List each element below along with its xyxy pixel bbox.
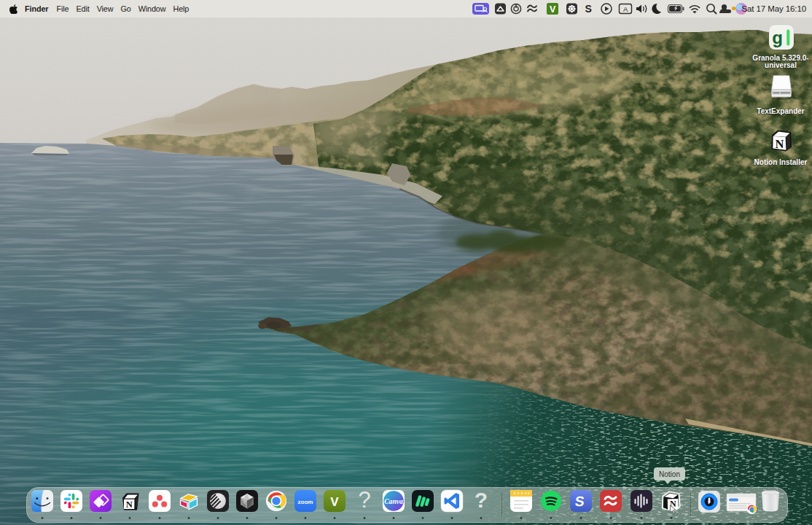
- svg-text:?: ?: [475, 488, 488, 512]
- svg-text:Sat 17 May 16:10: Sat 17 May 16:10: [741, 4, 806, 13]
- svg-text:zoom: zoom: [298, 499, 313, 505]
- svg-text:Canva: Canva: [384, 497, 403, 505]
- svg-text:A: A: [623, 5, 628, 13]
- svg-text:V: V: [330, 495, 339, 509]
- svg-text:?: ?: [358, 487, 370, 513]
- svg-text:V: V: [550, 4, 556, 15]
- svg-text:S: S: [585, 3, 591, 15]
- svg-text:N: N: [775, 137, 784, 151]
- svg-text:N: N: [126, 499, 133, 510]
- svg-text:g: g: [772, 28, 783, 47]
- svg-text:S: S: [574, 494, 585, 510]
